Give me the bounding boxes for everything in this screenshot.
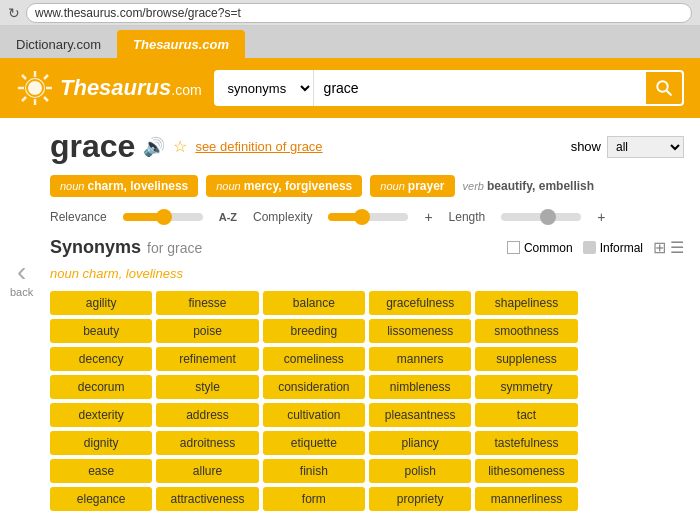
informal-filter: Informal (583, 241, 643, 255)
pos-pill-1[interactable]: noun mercy, forgiveness (206, 175, 362, 197)
main-content: grace 🔊 ☆ see definition of grace show a… (0, 118, 700, 515)
search-type-dropdown[interactable]: synonyms antonyms (214, 70, 314, 106)
browser-bar: ↻ www.thesaurus.com/browse/grace?s=t (0, 0, 700, 26)
list-item[interactable]: adroitness (156, 431, 258, 455)
list-item[interactable]: cultivation (263, 403, 365, 427)
list-item[interactable]: allure (156, 459, 258, 483)
list-item[interactable]: comeliness (263, 347, 365, 371)
relevance-slider[interactable] (123, 213, 203, 221)
audio-icon[interactable]: 🔊 (143, 136, 165, 158)
list-item[interactable]: dignity (50, 431, 152, 455)
list-item[interactable]: breeding (263, 319, 365, 343)
list-item[interactable]: ease (50, 459, 152, 483)
common-checkbox[interactable] (507, 241, 520, 254)
list-item[interactable]: pliancy (369, 431, 471, 455)
list-item[interactable]: agility (50, 291, 152, 315)
list-item[interactable]: mannerliness (475, 487, 577, 511)
show-label: show (571, 139, 601, 154)
site-header: Thesaurus.com synonyms antonyms (0, 58, 700, 118)
filter-controls: Common Informal ⊞ ☰ (507, 238, 684, 257)
list-item[interactable]: style (156, 375, 258, 399)
list-item[interactable]: attractiveness (156, 487, 258, 511)
star-icon[interactable]: ☆ (173, 137, 187, 156)
pos-pill-2[interactable]: noun prayer (370, 175, 454, 197)
tab-bar: Dictionary.com Thesaurus.com (0, 26, 700, 58)
search-input[interactable] (314, 70, 644, 106)
tab-thesaurus[interactable]: Thesaurus.com (117, 30, 245, 58)
tab-dictionary[interactable]: Dictionary.com (0, 30, 117, 58)
list-item[interactable]: lissomeness (369, 319, 471, 343)
view-toggle: ⊞ ☰ (653, 238, 684, 257)
complexity-label: Complexity (253, 210, 312, 224)
search-button[interactable] (644, 70, 684, 106)
list-item[interactable]: balance (263, 291, 365, 315)
common-filter: Common (507, 241, 573, 255)
show-control: show all common (571, 136, 684, 158)
list-item[interactable]: refinement (156, 347, 258, 371)
logo: Thesaurus.com (16, 69, 202, 107)
search-icon (655, 79, 673, 97)
length-slider[interactable] (501, 213, 581, 221)
logo-text: Thesaurus.com (60, 75, 202, 101)
list-item[interactable]: pleasantness (369, 403, 471, 427)
list-item[interactable]: decency (50, 347, 152, 371)
show-select[interactable]: all common (607, 136, 684, 158)
word-col-0: agility beauty decency decorum dexterity… (50, 291, 152, 511)
noun-subtitle: noun charm, loveliness (50, 266, 684, 281)
list-item[interactable]: smoothness (475, 319, 577, 343)
list-item[interactable]: shapeliness (475, 291, 577, 315)
word-title: grace (50, 128, 135, 165)
pos-pills: noun charm, loveliness noun mercy, forgi… (50, 175, 684, 197)
see-definition-link[interactable]: see definition of grace (195, 139, 322, 154)
complexity-slider[interactable] (328, 213, 408, 221)
list-item[interactable]: tact (475, 403, 577, 427)
informal-label: Informal (600, 241, 643, 255)
list-item[interactable]: gracefulness (369, 291, 471, 315)
list-item[interactable]: finesse (156, 291, 258, 315)
synonyms-for: for grace (147, 240, 202, 256)
list-item[interactable]: finish (263, 459, 365, 483)
relevance-label: Relevance (50, 210, 107, 224)
common-label: Common (524, 241, 573, 255)
word-col-3: gracefulness lissomeness manners nimblen… (369, 291, 471, 511)
list-item[interactable]: form (263, 487, 365, 511)
list-item[interactable]: manners (369, 347, 471, 371)
list-item[interactable]: consideration (263, 375, 365, 399)
list-view-icon[interactable]: ☰ (670, 238, 684, 257)
list-item[interactable]: elegance (50, 487, 152, 511)
complexity-plus: + (424, 209, 432, 225)
svg-point-10 (657, 81, 668, 92)
svg-line-5 (22, 75, 26, 79)
word-col-4: shapeliness smoothness suppleness symmet… (475, 291, 577, 511)
list-item[interactable]: dexterity (50, 403, 152, 427)
list-item[interactable]: beauty (50, 319, 152, 343)
synonyms-title: Synonyms (50, 237, 141, 258)
svg-line-6 (44, 97, 48, 101)
url-bar[interactable]: www.thesaurus.com/browse/grace?s=t (26, 3, 692, 23)
svg-line-11 (666, 90, 671, 95)
list-item[interactable]: propriety (369, 487, 471, 511)
pos-pill-3[interactable]: verb beautify, embellish (463, 175, 595, 197)
grid-view-icon[interactable]: ⊞ (653, 238, 666, 257)
list-item[interactable]: nimbleness (369, 375, 471, 399)
informal-indicator[interactable] (583, 241, 596, 254)
search-bar: synonyms antonyms (214, 70, 684, 106)
list-item[interactable]: suppleness (475, 347, 577, 371)
synonyms-header: Synonyms for grace Common Informal ⊞ ☰ (50, 237, 684, 258)
list-item[interactable]: address (156, 403, 258, 427)
sliders-row: Relevance A-Z Complexity + Length + (50, 209, 684, 225)
list-item[interactable]: etiquette (263, 431, 365, 455)
list-item[interactable]: decorum (50, 375, 152, 399)
list-item[interactable]: tastefulness (475, 431, 577, 455)
pos-pill-0[interactable]: noun charm, loveliness (50, 175, 198, 197)
logo-sun-icon (16, 69, 54, 107)
word-col-2: balance breeding comeliness consideratio… (263, 291, 365, 511)
refresh-icon[interactable]: ↻ (8, 5, 20, 21)
list-item[interactable]: poise (156, 319, 258, 343)
svg-line-8 (22, 97, 26, 101)
list-item[interactable]: lithesomeness (475, 459, 577, 483)
length-label: Length (449, 210, 486, 224)
list-item[interactable]: polish (369, 459, 471, 483)
list-item[interactable]: symmetry (475, 375, 577, 399)
word-header: grace 🔊 ☆ see definition of grace show a… (50, 128, 684, 165)
